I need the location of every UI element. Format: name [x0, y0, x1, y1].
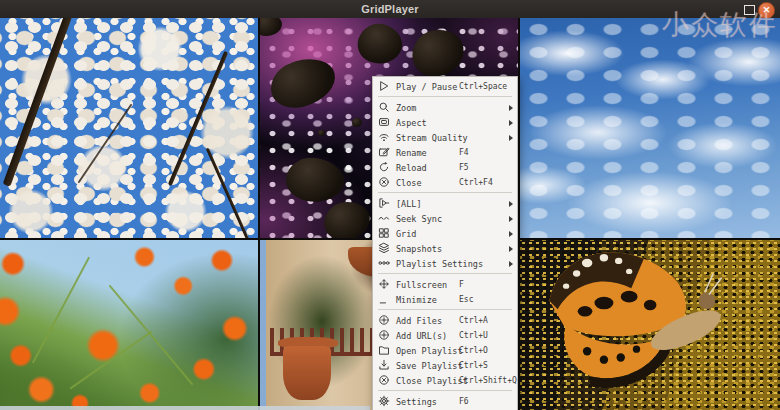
menu-separator: [378, 192, 512, 193]
snapshots-icon: [378, 242, 390, 254]
zoom-icon: [378, 101, 390, 113]
menu-separator: [378, 390, 512, 391]
submenu-arrow-icon: [509, 135, 513, 141]
menu-item-add-files[interactable]: Add FilesCtrl+A: [373, 313, 517, 328]
submenu-arrow-icon: [509, 246, 513, 252]
submenu-arrow-icon: [509, 261, 513, 267]
branch-graphic: [78, 104, 133, 184]
seek-sync-icon: [378, 212, 390, 224]
open-playlist-icon: [378, 344, 390, 356]
submenu-arrow-icon: [509, 201, 513, 207]
asteroid-graphic: [352, 118, 362, 127]
grid-icon: [378, 227, 390, 239]
menu-item-play[interactable]: Play / PauseCtrl+Space: [373, 79, 517, 94]
menu-item-label: Grid: [396, 228, 416, 240]
menu-item-shortcut: Ctrl+A: [459, 315, 488, 327]
stem-graphic: [69, 331, 152, 390]
menu-separator: [378, 309, 512, 310]
window-bottom-edge: [0, 406, 370, 410]
close-playlist-icon: [378, 374, 390, 386]
menu-item-label: Stream Quality: [396, 132, 468, 144]
menu-item-label: [ALL]: [396, 198, 422, 210]
menu-item-playlist-settings[interactable]: Playlist Settings: [373, 256, 517, 271]
stem-graphic: [108, 285, 193, 386]
branch-graphic: [168, 51, 228, 186]
menu-item-label: Minimize: [396, 294, 437, 306]
menu-item-close[interactable]: CloseCtrl+F4: [373, 175, 517, 190]
menu-item-snapshots[interactable]: Snapshots: [373, 241, 517, 256]
menu-item-label: Playlist Settings: [396, 258, 483, 270]
menu-item-shortcut: Ctrl+Shift+Q: [459, 375, 517, 387]
menu-item-shortcut: F4: [459, 147, 469, 159]
window-title: GridPlayer: [361, 3, 419, 15]
menu-item-zoom[interactable]: Zoom: [373, 100, 517, 115]
titlebar[interactable]: GridPlayer: [0, 0, 780, 18]
menu-item-shortcut: Ctrl+Space: [459, 81, 507, 93]
menu-item-seek-sync[interactable]: Seek Sync: [373, 211, 517, 226]
menu-item-label: Add URL(s): [396, 330, 447, 342]
add-urls-icon: [378, 329, 390, 341]
menu-item-open-playlist[interactable]: Open PlaylistCtrl+O: [373, 343, 517, 358]
stem-graphic: [32, 257, 90, 364]
asteroid-graphic: [283, 153, 348, 206]
menu-item-grid[interactable]: Grid: [373, 226, 517, 241]
close-icon: [378, 176, 390, 188]
menu-item-stream-quality[interactable]: Stream Quality: [373, 130, 517, 145]
menu-item-close-playlist[interactable]: Close PlaylistCtrl+Shift+Q: [373, 373, 517, 388]
menu-item-shortcut: F6: [459, 396, 469, 408]
playlist-settings-icon: [378, 257, 390, 269]
video-tile-butterfly[interactable]: [520, 240, 780, 410]
butterfly-graphic: [526, 242, 726, 408]
menu-item-fullscreen[interactable]: FullscreenF: [373, 277, 517, 292]
terracotta-pot-graphic: [283, 346, 331, 400]
menu-item-shortcut: F5: [459, 162, 469, 174]
menu-item-reload[interactable]: ReloadF5: [373, 160, 517, 175]
asteroid-graphic: [318, 130, 325, 136]
asteroid-graphic: [260, 18, 282, 36]
video-tile-cloudy-sky[interactable]: [520, 18, 780, 238]
add-files-icon: [378, 314, 390, 326]
menu-item-shortcut: Ctrl+U: [459, 330, 488, 342]
menu-item-rename[interactable]: RenameF4: [373, 145, 517, 160]
menu-item-label: Play / Pause: [396, 81, 457, 93]
menu-separator: [378, 273, 512, 274]
menu-item-label: Open Playlist: [396, 345, 463, 357]
save-playlist-icon: [378, 359, 390, 371]
submenu-arrow-icon: [509, 105, 513, 111]
menu-item-label: Add Files: [396, 315, 442, 327]
menu-item-label: Fullscreen: [396, 279, 447, 291]
video-tile-orange-flowers[interactable]: [0, 240, 258, 410]
menu-item-label: Settings: [396, 396, 437, 408]
reload-icon: [378, 161, 390, 173]
aspect-icon: [378, 116, 390, 128]
fullscreen-icon: [378, 278, 390, 290]
menu-item-label: Snapshots: [396, 243, 442, 255]
minimize-icon: [378, 293, 390, 305]
submenu-arrow-icon: [509, 216, 513, 222]
all-icon: [378, 197, 390, 209]
submenu-arrow-icon: [509, 231, 513, 237]
menu-item-label: Close: [396, 177, 422, 189]
menu-item-shortcut: Ctrl+S: [459, 360, 488, 372]
asteroid-graphic: [265, 52, 341, 114]
menu-item-label: Save Playlist: [396, 360, 463, 372]
stream-quality-icon: [378, 131, 390, 143]
asteroid-graphic: [322, 200, 372, 238]
close-icon[interactable]: ✕: [758, 2, 775, 19]
menu-item-label: Reload: [396, 162, 427, 174]
menu-item-all[interactable]: [ALL]: [373, 196, 517, 211]
menu-item-aspect[interactable]: Aspect: [373, 115, 517, 130]
settings-icon: [378, 395, 390, 407]
menu-item-settings[interactable]: SettingsF6: [373, 394, 517, 409]
menu-item-minimize[interactable]: MinimizeEsc: [373, 292, 517, 307]
branch-graphic: [3, 18, 74, 187]
menu-item-add-urls[interactable]: Add URL(s)Ctrl+U: [373, 328, 517, 343]
video-tile-cherry-blossoms[interactable]: [0, 18, 258, 238]
menu-item-save-playlist[interactable]: Save PlaylistCtrl+S: [373, 358, 517, 373]
restore-icon[interactable]: [744, 5, 755, 15]
submenu-arrow-icon: [509, 120, 513, 126]
menu-item-shortcut: Esc: [459, 294, 473, 306]
asteroid-graphic: [408, 26, 467, 80]
menu-item-shortcut: F: [459, 279, 464, 291]
gridplayer-window: GridPlayer ✕ 小众软件: [0, 0, 780, 410]
